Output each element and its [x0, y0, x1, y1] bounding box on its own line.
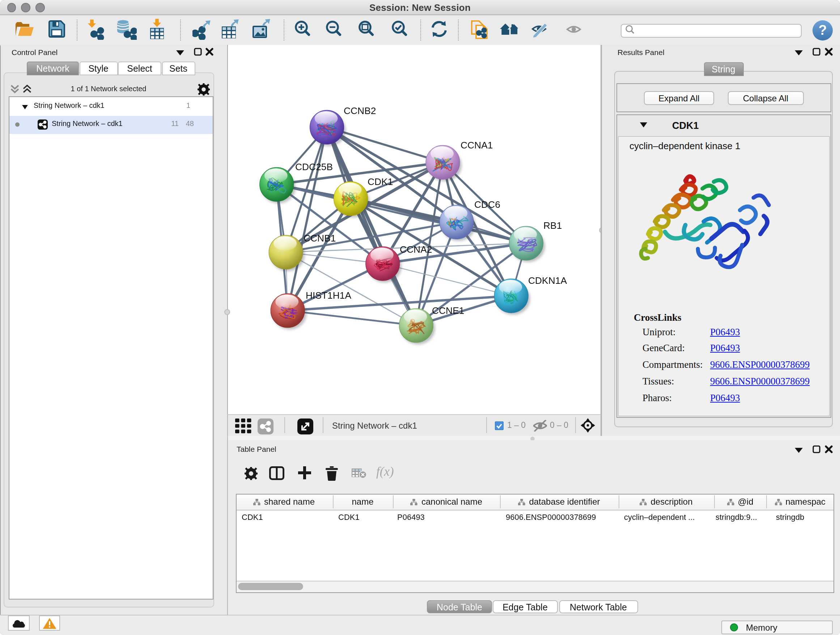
svg-text:CDC6: CDC6 — [474, 199, 500, 210]
svg-text:CDK1: CDK1 — [368, 176, 393, 187]
svg-text:CCNE1: CCNE1 — [432, 305, 464, 316]
svg-text:CCNA1: CCNA1 — [461, 140, 493, 150]
svg-text:RB1: RB1 — [543, 220, 562, 231]
svg-text:CDC25B: CDC25B — [295, 162, 333, 172]
svg-text:?: ? — [818, 22, 827, 37]
svg-text:CCNA2: CCNA2 — [400, 244, 432, 255]
svg-text:CCNB2: CCNB2 — [344, 105, 376, 116]
svg-text:CDKN1A: CDKN1A — [528, 275, 567, 286]
svg-text:CCNB1: CCNB1 — [303, 233, 336, 244]
svg-text:HIST1H1A: HIST1H1A — [306, 290, 352, 301]
